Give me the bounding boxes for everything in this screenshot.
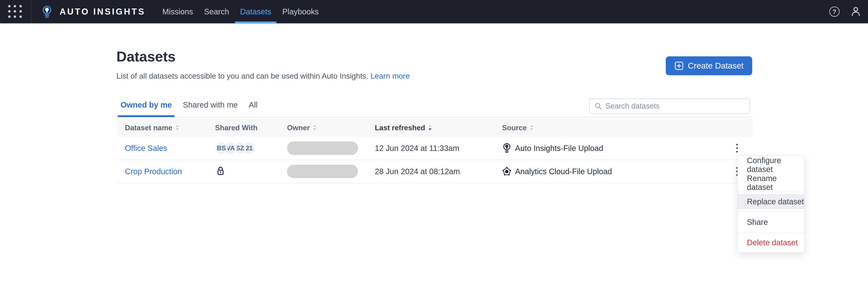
nav-item-missions[interactable]: Missions: [157, 0, 199, 23]
auto-insights-logo-lightbulb-icon: [41, 5, 53, 18]
menu-item-configure-dataset[interactable]: Configure dataset: [738, 156, 804, 174]
source-cell: Analytics Cloud-File Upload: [502, 166, 730, 177]
nav-item-playbooks[interactable]: Playbooks: [277, 0, 324, 23]
menu-item-delete-dataset[interactable]: Delete dataset: [738, 233, 804, 252]
search-icon: [594, 102, 602, 110]
subtitle-text: List of all datasets accessible to you a…: [116, 72, 368, 80]
source-label: Auto Insights-File Upload: [515, 144, 603, 153]
table-row: Crop Production 28 Jun 2024 at 08:12am: [116, 160, 753, 183]
navbar-right: ?: [829, 6, 861, 17]
owner-redacted-pill: [287, 141, 358, 155]
tab-all[interactable]: All: [248, 99, 258, 117]
datasets-table: Dataset name Shared With Owner: [116, 119, 753, 183]
main-content: Datasets List of all datasets accessible…: [116, 23, 753, 291]
create-dataset-label: Create Dataset: [688, 61, 744, 71]
search-datasets-input[interactable]: [606, 102, 745, 110]
table-row: Office Sales BS VA SZ 21 12 Jun 2024 at …: [116, 137, 753, 160]
page-title: Datasets: [116, 48, 176, 65]
menu-item-share[interactable]: Share: [738, 211, 804, 233]
table-header-row: Dataset name Shared With Owner: [116, 119, 753, 137]
source-label: Analytics Cloud-File Upload: [515, 167, 612, 176]
page-subtitle: List of all datasets accessible to you a…: [116, 72, 410, 80]
column-header-owner[interactable]: Owner: [287, 124, 375, 132]
column-header-source[interactable]: Source: [502, 124, 730, 132]
plus-square-icon: [675, 61, 684, 70]
learn-more-link[interactable]: Learn more: [370, 72, 410, 80]
menu-item-rename-dataset[interactable]: Rename dataset: [738, 174, 804, 192]
avatar[interactable]: BS: [215, 142, 228, 154]
navbar-separator: [31, 0, 31, 23]
tab-owned-by-me[interactable]: Owned by me: [120, 99, 172, 117]
dataset-link-crop-production[interactable]: Crop Production: [125, 167, 182, 176]
column-header-shared-with: Shared With: [215, 124, 287, 132]
app-launcher-icon[interactable]: [8, 5, 23, 18]
search-datasets-box: [589, 99, 750, 114]
owner-redacted-pill: [287, 165, 358, 178]
sort-icon: [312, 125, 317, 131]
last-refreshed-cell: 12 Jun 2024 at 11:33am: [375, 144, 502, 153]
dataset-link-office-sales[interactable]: Office Sales: [125, 144, 167, 152]
dataset-context-menu: Configure dataset Rename dataset Replace…: [737, 155, 805, 253]
sort-desc-icon: [428, 125, 432, 131]
auto-insights-lightbulb-icon: [502, 143, 512, 153]
column-header-dataset-name[interactable]: Dataset name: [125, 124, 215, 132]
source-cell: Auto Insights-File Upload: [502, 143, 730, 153]
menu-item-replace-dataset[interactable]: Replace dataset: [738, 192, 804, 211]
last-refreshed-cell: 28 Jun 2024 at 08:12am: [375, 167, 502, 176]
row-actions-kebab-icon[interactable]: [731, 140, 743, 156]
lock-icon: [216, 166, 225, 176]
nav-item-datasets[interactable]: Datasets: [235, 0, 277, 23]
sort-icon: [529, 125, 534, 131]
tab-shared-with-me[interactable]: Shared with me: [183, 99, 238, 117]
column-header-last-refreshed[interactable]: Last refreshed: [375, 124, 502, 132]
sort-icon: [175, 125, 180, 131]
nav-item-search[interactable]: Search: [198, 0, 235, 23]
nav-links: Missions Search Datasets Playbooks: [157, 0, 324, 23]
brand-title: AUTO INSIGHTS: [60, 7, 145, 16]
analytics-cloud-pentagon-icon: [502, 166, 512, 177]
user-profile-icon[interactable]: [850, 6, 861, 17]
shared-with-avatars: BS VA SZ 21: [215, 142, 287, 154]
help-icon[interactable]: ?: [829, 6, 840, 17]
create-dataset-button[interactable]: Create Dataset: [666, 56, 752, 75]
auto-insights-app: AUTO INSIGHTS Missions Search Datasets P…: [0, 0, 868, 291]
top-navbar: AUTO INSIGHTS Missions Search Datasets P…: [0, 0, 868, 23]
